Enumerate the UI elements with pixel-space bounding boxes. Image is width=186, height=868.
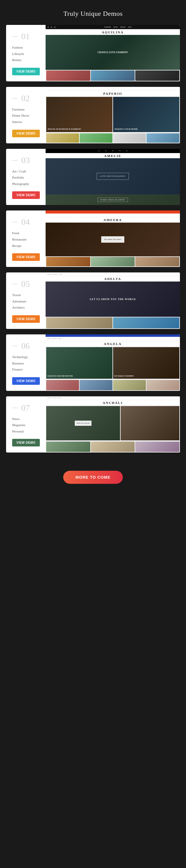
ameera-nav bbox=[45, 214, 180, 217]
angela-hero: CHANCES FOR THE BETTER WE MAKE IT HAPPEN bbox=[45, 346, 180, 379]
ameera-title: AMEERA bbox=[45, 217, 180, 223]
angela-topbar bbox=[45, 334, 180, 337]
angela-panel1-text: CHANCES FOR THE BETTER bbox=[48, 375, 73, 377]
tag-portfolio: Portfolio bbox=[12, 175, 41, 180]
thumb-g bbox=[80, 133, 113, 143]
demo-left-aquilina: 01 Fashion Lifestyle Beauty VIEW DEMO bbox=[6, 25, 45, 82]
paperio-nav bbox=[45, 87, 180, 91]
demo-preview-paperio: PAPERIO HOUSE OF ROMANCE FASHION! MAKING… bbox=[45, 87, 180, 143]
thumb-a1 bbox=[46, 317, 113, 328]
tag-travel: Travel bbox=[12, 292, 41, 298]
demo-left-amelie: 03 Art / Craft Portfolio Photography VIE… bbox=[6, 149, 45, 205]
demo-tags-03: Art / Craft Portfolio Photography bbox=[12, 169, 41, 187]
angela-title: ANGELA bbox=[45, 341, 180, 346]
thumb-2 bbox=[91, 70, 135, 81]
demo-tags-05: Travel Adventure Architect bbox=[12, 292, 41, 310]
thumb-an3 bbox=[113, 380, 146, 390]
demo-number-01: 01 bbox=[12, 32, 41, 41]
angela-thumbs bbox=[45, 379, 180, 391]
tag-personal: Personal bbox=[12, 429, 41, 434]
tag-architect: Architect bbox=[12, 305, 41, 310]
anchali-nav bbox=[45, 396, 180, 400]
demo-card-paperio: 02 Furniture Home Decor Interior VIEW DE… bbox=[6, 87, 180, 143]
amelie-nav bbox=[45, 149, 180, 153]
tag-news: News bbox=[12, 416, 41, 422]
adelta-thumbs bbox=[45, 317, 180, 329]
paperio-thumbs bbox=[45, 133, 180, 143]
angela-panel2-text: WE MAKE IT HAPPEN bbox=[114, 375, 134, 377]
demo-number-03: 03 bbox=[12, 155, 41, 165]
ameera-thumbs bbox=[45, 256, 180, 267]
demo-tags-07: News Magazine Personal bbox=[12, 416, 41, 434]
more-btn-container: MORE TO COME bbox=[0, 465, 186, 495]
aquilina-hero-text: CHANCE LOVE FASHION! bbox=[98, 51, 128, 54]
demo-number-07: 07 bbox=[12, 403, 41, 413]
aquilina-thumbs bbox=[45, 70, 180, 82]
demo-tags-01: Fashion Lifestyle Beauty bbox=[12, 45, 41, 63]
thumb-d1 bbox=[46, 257, 90, 266]
tag-magazine: Magazine bbox=[12, 423, 41, 428]
paperio-panel2-text: MAKING YOUR HOME bbox=[115, 128, 138, 131]
demo-left-paperio: 02 Furniture Home Decor Interior VIEW DE… bbox=[6, 87, 45, 143]
demo-tags-02: Furniture Home Decor Interior bbox=[12, 107, 41, 125]
thumb-nc1 bbox=[46, 442, 90, 452]
demo-card-anchali: 07 News Magazine Personal VIEW DEMO ANCH… bbox=[6, 396, 180, 453]
ameera-top-bar bbox=[45, 211, 180, 214]
demo-card-adelta: 05 Travel Adventure Architect VIEW DEMO … bbox=[6, 272, 180, 329]
ameera-card-text: Be smart, Eat smart bbox=[104, 238, 121, 241]
thumb-d2 bbox=[91, 257, 135, 266]
anchali-thumbs bbox=[45, 441, 180, 453]
demo-tags-04: Food Restaurant Recipe bbox=[12, 230, 41, 248]
demo-number-04: 04 bbox=[12, 217, 41, 227]
thumb-nc3 bbox=[135, 442, 179, 452]
view-demo-aquilina[interactable]: VIEW DEMO bbox=[12, 68, 40, 75]
ameera-hero: Be smart, Eat smart bbox=[45, 223, 180, 256]
tag-beauty: Beauty bbox=[12, 57, 41, 63]
tag-lifestyle: Lifestyle bbox=[12, 51, 41, 57]
view-demo-adelta[interactable]: VIEW DEMO bbox=[12, 315, 40, 323]
amelie-hero2: EVERY CHILD AN ARTIST bbox=[45, 194, 180, 205]
demo-preview-adelta: ADELTA LET US SHOW YOU THE WORLD bbox=[45, 272, 180, 329]
thumb-1 bbox=[46, 70, 90, 81]
demo-preview-amelie: AMELIE LIFE PHOTOGRAPHY EVERY CHILD AN A… bbox=[45, 149, 180, 205]
demo-number-06: 06 bbox=[12, 341, 41, 351]
view-demo-ameera[interactable]: VIEW DEMO bbox=[12, 253, 40, 261]
thumb-w bbox=[113, 133, 146, 143]
demo-left-anchali: 07 News Magazine Personal VIEW DEMO bbox=[6, 396, 45, 453]
demo-preview-ameera: AMEERA Be smart, Eat smart bbox=[45, 211, 180, 267]
demo-preview-angela: ANGELA CHANCES FOR THE BETTER WE MAKE IT… bbox=[45, 334, 180, 391]
adelta-title: ADELTA bbox=[45, 276, 180, 282]
paperio-hero: HOUSE OF ROMANCE FASHION! MAKING YOUR HO… bbox=[45, 96, 180, 133]
thumb-d3 bbox=[135, 257, 179, 266]
tag-restaurant: Restaurant bbox=[12, 237, 41, 242]
view-demo-angela[interactable]: VIEW DEMO bbox=[12, 377, 40, 385]
demo-card-aquilina: 01 Fashion Lifestyle Beauty VIEW DEMO bbox=[6, 25, 180, 82]
demo-left-adelta: 05 Travel Adventure Architect VIEW DEMO bbox=[6, 272, 45, 329]
tag-artcraft: Art / Craft bbox=[12, 169, 41, 174]
demo-left-ameera: 04 Food Restaurant Recipe VIEW DEMO bbox=[6, 211, 45, 267]
adelta-hero-text: LET US SHOW YOU THE WORLD bbox=[90, 298, 135, 301]
anchali-title: ANCHALI bbox=[45, 400, 180, 405]
view-demo-anchali[interactable]: VIEW DEMO bbox=[12, 439, 40, 446]
demo-left-angela: 06 Technology Business Finance VIEW DEMO bbox=[6, 334, 45, 391]
anchali-hero: News you can use bbox=[45, 405, 180, 441]
tag-food: Food bbox=[12, 230, 41, 236]
demos-container: 01 Fashion Lifestyle Beauty VIEW DEMO bbox=[0, 25, 186, 465]
paperio-title: PAPERIO bbox=[45, 91, 180, 96]
demo-number-05: 05 bbox=[12, 279, 41, 289]
thumb-y bbox=[46, 133, 79, 143]
amelie-hero: LIFE PHOTOGRAPHY bbox=[45, 158, 180, 195]
demo-tags-06: Technology Business Finance bbox=[12, 354, 41, 372]
tag-technology: Technology bbox=[12, 354, 41, 360]
paperio-panel1-text: HOUSE OF ROMANCE FASHION! bbox=[48, 128, 81, 131]
thumb-an4 bbox=[147, 380, 179, 390]
amelie-hero-text: LIFE PHOTOGRAPHY bbox=[100, 175, 126, 178]
tag-fashion: Fashion bbox=[12, 45, 41, 51]
thumb-an1 bbox=[46, 380, 79, 390]
view-demo-paperio[interactable]: VIEW DEMO bbox=[12, 130, 40, 137]
amelie-hero2-text: EVERY CHILD AN ARTIST bbox=[100, 199, 125, 201]
more-to-come-button[interactable]: MORE TO COME bbox=[63, 471, 122, 484]
thumb-b bbox=[147, 133, 179, 143]
view-demo-amelie[interactable]: VIEW DEMO bbox=[12, 191, 40, 199]
demo-preview-anchali: ANCHALI News you can use bbox=[45, 396, 180, 453]
